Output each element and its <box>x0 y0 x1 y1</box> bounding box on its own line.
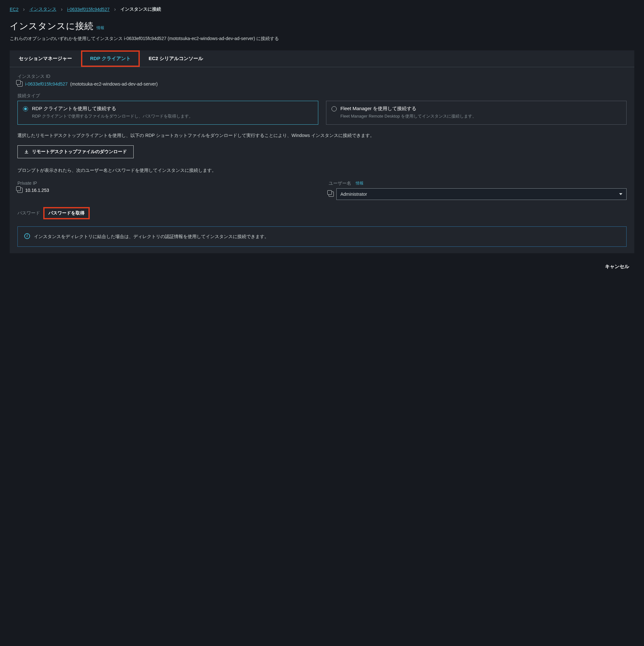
copy-icon[interactable] <box>329 192 334 197</box>
chevron-down-icon <box>619 193 622 195</box>
radio-fleet-title: Fleet Manager を使用して接続する <box>341 106 477 112</box>
breadcrumb-instance-id[interactable]: i-0633ef015fc94d527 <box>67 7 110 12</box>
cancel-button[interactable]: キャンセル <box>600 261 634 272</box>
username-label: ユーザー名 <box>329 181 351 186</box>
instance-id-row: i-0633ef015fc94d527 (mototsuka-ec2-windo… <box>17 81 627 87</box>
instruction-download: 選択したリモートデスクトップクライアントを使用し、以下の RDP ショートカット… <box>17 131 627 140</box>
breadcrumb-instances[interactable]: インスタンス <box>29 6 56 12</box>
get-password-button[interactable]: パスワードを取得 <box>44 208 89 219</box>
tab-session-manager[interactable]: セッションマネージャー <box>10 50 81 67</box>
download-rdp-button[interactable]: リモートデスクトップファイルのダウンロード <box>17 145 134 158</box>
instruction-credentials: プロンプトが表示されたら、次のユーザー名とパスワードを使用してインスタンスに接続… <box>17 166 627 175</box>
page-title: インスタンスに接続 <box>10 20 93 32</box>
info-link[interactable]: 情報 <box>97 25 104 30</box>
chevron-right-icon: › <box>23 6 24 12</box>
username-value: Administrator <box>341 192 367 197</box>
download-icon <box>24 149 29 154</box>
tab-serial-console[interactable]: EC2 シリアルコンソール <box>140 50 212 67</box>
username-select[interactable]: Administrator <box>336 188 627 200</box>
instance-id-label: インスタンス ID <box>17 74 627 80</box>
credentials-row: Private IP 10.16.1.253 ユーザー名 情報 Administ… <box>17 181 627 200</box>
instance-id-link[interactable]: i-0633ef015fc94d527 <box>25 81 68 87</box>
connection-type-row: RDP クライアントを使用して接続する RDP クライアントで使用するファイルを… <box>17 101 627 125</box>
radio-rdp-title: RDP クライアントを使用して接続する <box>32 106 193 112</box>
page-description: これらのオプションのいずれかを使用してインスタンス i-0633ef015fc9… <box>10 35 634 43</box>
breadcrumb: EC2 › インスタンス › i-0633ef015fc94d527 › インス… <box>10 6 634 12</box>
download-button-label: リモートデスクトップファイルのダウンロード <box>32 149 127 155</box>
radio-fleet-desc: Fleet Manager Remote Desktop を使用してインスタンス… <box>341 113 477 120</box>
private-ip-value: 10.16.1.253 <box>25 188 49 193</box>
radio-rdp-desc: RDP クライアントで使用するファイルをダウンロードし、パスワードを取得します。 <box>32 113 193 120</box>
connection-type-label: 接続タイプ <box>17 93 627 99</box>
breadcrumb-ec2[interactable]: EC2 <box>10 7 18 12</box>
copy-icon[interactable] <box>17 188 23 193</box>
password-row: パスワード パスワードを取得 <box>17 208 627 219</box>
breadcrumb-current: インスタンスに接続 <box>120 6 161 12</box>
info-box: i インスタンスをディレクトリに結合した場合は、ディレクトリの認証情報を使用して… <box>17 226 627 247</box>
info-box-text: インスタンスをディレクトリに結合した場合は、ディレクトリの認証情報を使用してイン… <box>34 233 269 241</box>
radio-fleet-manager[interactable]: Fleet Manager を使用して接続する Fleet Manager Re… <box>326 101 627 125</box>
tab-body: インスタンス ID i-0633ef015fc94d527 (mototsuka… <box>10 67 634 253</box>
radio-rdp-client[interactable]: RDP クライアントを使用して接続する RDP クライアントで使用するファイルを… <box>17 101 318 125</box>
instance-name: (mototsuka-ec2-windows-ad-dev-ad-server) <box>71 81 158 87</box>
main-panel: セッションマネージャー RDP クライアント EC2 シリアルコンソール インス… <box>10 50 634 253</box>
chevron-right-icon: › <box>114 6 116 12</box>
password-label: パスワード <box>17 210 40 216</box>
private-ip-row: 10.16.1.253 <box>17 188 316 193</box>
tabs: セッションマネージャー RDP クライアント EC2 シリアルコンソール <box>10 50 634 67</box>
info-icon: i <box>24 233 30 239</box>
copy-icon[interactable] <box>17 81 23 87</box>
username-info-link[interactable]: 情報 <box>356 181 364 186</box>
radio-icon <box>23 106 28 111</box>
footer: キャンセル <box>10 253 634 275</box>
tab-rdp-client[interactable]: RDP クライアント <box>81 50 140 67</box>
radio-icon <box>332 106 337 111</box>
private-ip-label: Private IP <box>17 181 316 186</box>
chevron-right-icon: › <box>61 6 62 12</box>
